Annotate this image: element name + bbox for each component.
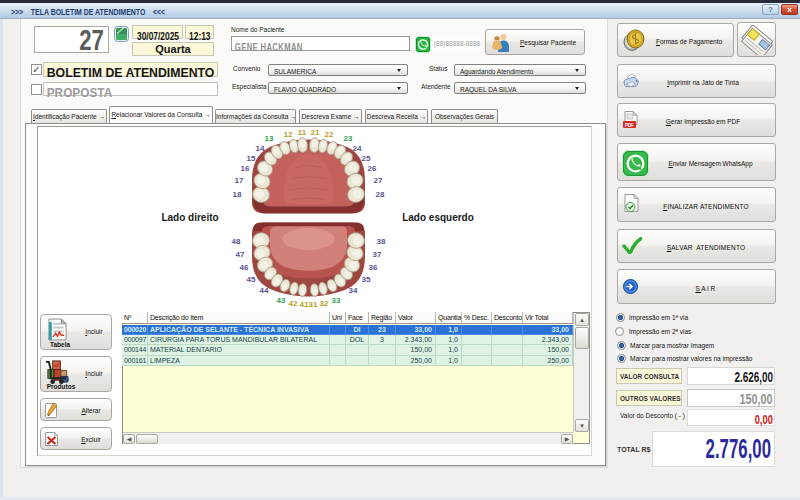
svg-text:PDF: PDF: [625, 123, 634, 128]
